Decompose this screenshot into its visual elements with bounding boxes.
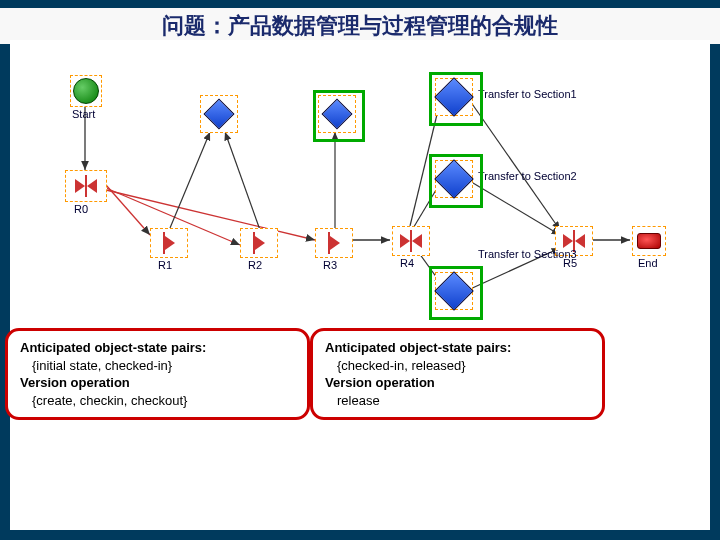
- diamond-icon: [434, 77, 474, 117]
- t1-label: Transfer to Section1: [478, 88, 577, 100]
- svg-line-5: [225, 132, 260, 230]
- start-icon: [73, 78, 99, 104]
- diamond-icon: [434, 271, 474, 311]
- svg-line-1: [106, 185, 150, 235]
- flow-edges: [10, 40, 710, 530]
- task-top-1: [200, 95, 238, 133]
- gate-r0: [65, 170, 107, 202]
- callout-heading: Version operation: [20, 375, 130, 390]
- svg-line-4: [170, 132, 210, 228]
- end-icon: [637, 233, 661, 249]
- callout-right: Anticipated object-state pairs: {checked…: [310, 328, 605, 420]
- gate-r3: [315, 228, 353, 258]
- start-node: [70, 75, 102, 107]
- r4-label: R4: [400, 257, 414, 269]
- gate-r1: [150, 228, 188, 258]
- callout-heading: Anticipated object-state pairs:: [325, 340, 511, 355]
- diamond-icon: [434, 159, 474, 199]
- r2-label: R2: [248, 259, 262, 271]
- callout-heading: Version operation: [325, 375, 435, 390]
- transfer-3: [435, 272, 473, 310]
- start-label: Start: [72, 108, 95, 120]
- callout-line: release: [325, 393, 380, 408]
- diamond-icon: [203, 98, 234, 129]
- callout-line: {checked-in, released}: [325, 358, 466, 373]
- r0-label: R0: [74, 203, 88, 215]
- end-label: End: [638, 257, 658, 269]
- callout-line: {create, checkin, checkout}: [20, 393, 187, 408]
- t2-label: Transfer to Section2: [478, 170, 577, 182]
- end-node: [632, 226, 666, 256]
- transfer-1: [435, 78, 473, 116]
- gate-r4: [392, 226, 430, 256]
- callout-left: Anticipated object-state pairs: {initial…: [5, 328, 310, 420]
- task-top-2: [318, 95, 356, 133]
- r1-label: R1: [158, 259, 172, 271]
- callout-line: {initial state, checked-in}: [20, 358, 172, 373]
- svg-line-11: [468, 98, 560, 230]
- diamond-icon: [321, 98, 352, 129]
- svg-line-12: [468, 180, 560, 235]
- callout-heading: Anticipated object-state pairs:: [20, 340, 206, 355]
- page-title: 问题：产品数据管理与过程管理的合规性: [0, 8, 720, 44]
- t3-label: Transfer to Section3: [478, 248, 577, 260]
- gate-r2: [240, 228, 278, 258]
- svg-line-3: [106, 190, 315, 240]
- diagram-canvas: Start R0 R1 R2 R3 R4 R5 Transfer to Sect…: [10, 40, 710, 530]
- transfer-2: [435, 160, 473, 198]
- r3-label: R3: [323, 259, 337, 271]
